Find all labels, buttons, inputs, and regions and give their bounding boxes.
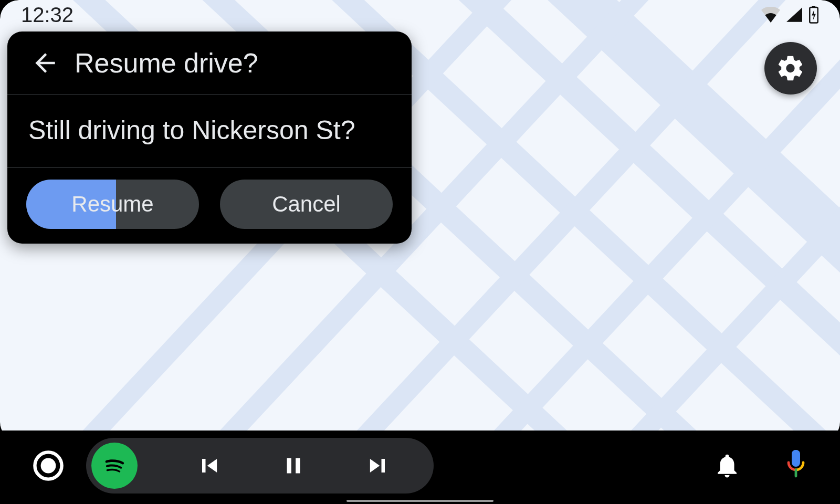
bottom-bar-right <box>713 450 808 481</box>
status-bar: 12:32 <box>0 0 840 29</box>
dialog-title: Resume drive? <box>75 47 258 79</box>
status-icons <box>761 6 819 24</box>
bell-icon[interactable] <box>713 452 741 480</box>
dialog-actions: Resume Cancel <box>7 168 412 244</box>
resume-drive-dialog: Resume drive? Still driving to Nickerson… <box>7 32 412 244</box>
gear-icon <box>776 54 805 83</box>
cellular-icon <box>785 7 803 23</box>
back-arrow-icon[interactable] <box>30 48 60 78</box>
resume-button[interactable]: Resume <box>26 180 199 229</box>
battery-charging-icon <box>808 6 819 24</box>
svg-point-3 <box>41 458 56 474</box>
cancel-button[interactable]: Cancel <box>220 180 393 229</box>
spotify-glyph-icon <box>99 450 130 481</box>
dialog-header: Resume drive? <box>7 32 412 95</box>
skip-previous-icon[interactable] <box>195 452 223 479</box>
bottom-bar-left <box>32 438 434 494</box>
cancel-button-label: Cancel <box>272 192 341 217</box>
wifi-icon <box>761 7 780 23</box>
settings-button[interactable] <box>764 42 817 94</box>
dialog-body-text: Still driving to Nickerson St? <box>28 113 391 149</box>
media-control-pill <box>86 438 434 494</box>
status-time: 12:32 <box>21 3 74 27</box>
assistant-mic-icon[interactable] <box>783 450 808 481</box>
resume-button-label: Resume <box>71 192 153 217</box>
launcher-icon[interactable] <box>32 449 65 482</box>
dialog-body: Still driving to Nickerson St? <box>7 95 412 168</box>
skip-next-icon[interactable] <box>364 452 392 479</box>
home-indicator <box>346 500 494 502</box>
svg-rect-1 <box>812 6 815 7</box>
pause-icon[interactable] <box>280 453 307 479</box>
screen: 12:32 Resume drive? <box>0 0 840 504</box>
bottom-nav-bar <box>0 430 840 504</box>
spotify-icon[interactable] <box>91 443 138 489</box>
